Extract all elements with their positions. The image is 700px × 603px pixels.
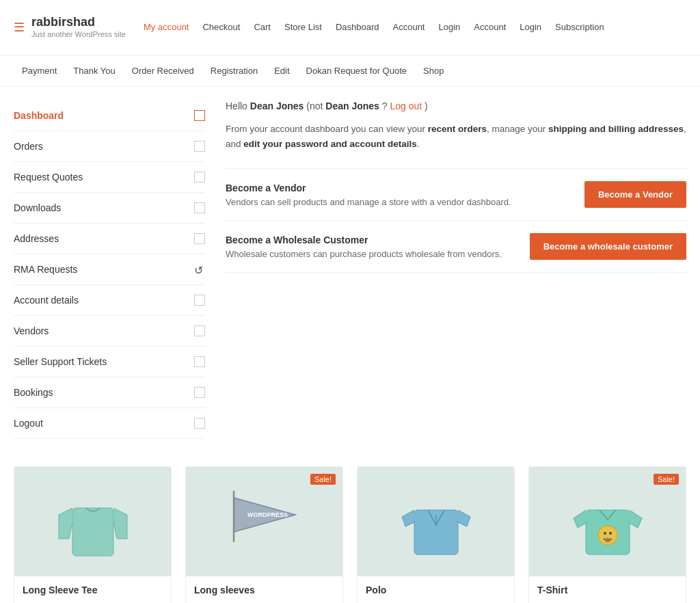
sidebar-item-account-details[interactable]: Account details <box>14 285 205 316</box>
logo-area: ☰ rabbirshad Just another WordPress site <box>14 15 137 39</box>
logout-icon <box>194 418 205 429</box>
greeting-not-user: Dean Jones <box>325 100 379 111</box>
sidebar-item-logout[interactable]: Logout <box>14 408 205 439</box>
become-vendor-button[interactable]: Become a Vendor <box>584 181 686 208</box>
nav-payment[interactable]: Payment <box>14 55 65 86</box>
sale-badge-long-sleeves: Sale! <box>310 474 336 485</box>
nav-myaccount[interactable]: My account <box>137 7 196 48</box>
nav-registration[interactable]: Registration <box>202 55 266 86</box>
greeting-text: Hello Dean Jones (not Dean Jones ? Log o… <box>226 100 686 111</box>
sale-badge-tshirt: Sale! <box>654 474 679 485</box>
sidebar-item-vendors[interactable]: Vendors <box>14 316 205 347</box>
sidebar-label-dashboard: Dashboard <box>14 110 64 121</box>
sidebar-item-seller-support[interactable]: Seller Support Tickets <box>14 347 205 377</box>
product-card-long-sleeves: Sale! WORDPRESS Long sleeves $10.00 $9.0… <box>185 466 343 603</box>
svg-point-9 <box>609 532 612 535</box>
sidebar-item-dashboard[interactable]: Dashboard <box>14 100 205 131</box>
product-card-longsleeve-tee: Long Sleeve Tee $25.00 🛒 <box>14 466 172 603</box>
nav-edit[interactable]: Edit <box>266 55 297 86</box>
nav-shop[interactable]: Shop <box>415 55 452 86</box>
nav-subscription[interactable]: Subscription <box>548 7 611 48</box>
product-name-longsleeve-tee: Long Sleeve Tee <box>23 585 163 595</box>
product-info-longsleeve-tee: Long Sleeve Tee <box>14 576 171 603</box>
nav-dokan-rfq[interactable]: Dokan Request for Quote <box>298 55 415 86</box>
downloads-icon <box>194 202 205 213</box>
sidebar-label-vendors: Vendors <box>14 325 49 336</box>
vendor-section: Become a Vendor Vendors can sell product… <box>226 168 686 273</box>
sidebar-item-bookings[interactable]: Bookings <box>14 377 205 408</box>
sidebar-label-downloads: Downloads <box>14 202 61 213</box>
greeting-close: ) <box>425 100 428 111</box>
request-quotes-icon <box>194 172 205 183</box>
main-container: Dashboard Orders Request Quotes Download… <box>0 87 700 453</box>
sidebar-item-orders[interactable]: Orders <box>14 131 205 162</box>
sidebar-item-addresses[interactable]: Addresses <box>14 224 205 254</box>
dashboard-content: Hello Dean Jones (not Dean Jones ? Log o… <box>226 100 686 439</box>
sidebar-label-rma: RMA Requests <box>14 264 77 275</box>
product-name-tshirt: T-Shirt <box>537 585 677 595</box>
sidebar-item-request-quotes[interactable]: Request Quotes <box>14 162 205 193</box>
sidebar-label-account-details: Account details <box>14 295 79 306</box>
svg-text:WORDPRESS: WORDPRESS <box>247 511 288 518</box>
sidebar: Dashboard Orders Request Quotes Download… <box>14 100 205 439</box>
bookings-icon <box>194 387 205 398</box>
products-section: Long Sleeve Tee $25.00 🛒 Sale! WORDPRESS <box>0 453 700 603</box>
become-wholesale-button[interactable]: Become a wholesale customer <box>530 233 686 260</box>
dashboard-icon <box>194 110 205 121</box>
products-grid: Long Sleeve Tee $25.00 🛒 Sale! WORDPRESS <box>14 466 686 603</box>
sidebar-label-request-quotes: Request Quotes <box>14 172 83 183</box>
greeting-question: ? <box>382 100 390 111</box>
nav-login2[interactable]: Login <box>513 7 548 48</box>
wholesale-card-title: Become a Wholesale Customer <box>226 234 502 245</box>
account-details-icon <box>194 295 205 306</box>
wholesale-card-description: Wholesale customers can purchase product… <box>226 249 502 259</box>
vendor-card-title: Become a Vendor <box>226 183 511 193</box>
nav-account2[interactable]: Account <box>467 7 513 48</box>
nav-cart[interactable]: Cart <box>247 7 278 48</box>
product-name-polo: Polo <box>366 585 506 595</box>
product-image-long-sleeves: Sale! WORDPRESS <box>186 467 342 576</box>
sidebar-label-logout: Logout <box>14 418 43 429</box>
become-vendor-card: Become a Vendor Vendors can sell product… <box>226 168 686 220</box>
product-image-longsleeve-tee <box>14 467 171 576</box>
account-description: From your account dashboard you can view… <box>226 122 686 151</box>
nav-account1[interactable]: Account <box>386 7 432 48</box>
sidebar-label-seller-support: Seller Support Tickets <box>14 356 107 367</box>
second-navigation: Payment Thank You Order Received Registr… <box>0 55 700 87</box>
svg-point-10 <box>605 538 610 542</box>
nav-dashboard[interactable]: Dashboard <box>329 7 386 48</box>
product-info-polo: Polo <box>358 576 514 603</box>
product-info-tshirt: T-Shirt <box>529 576 686 603</box>
top-navigation: My account Checkout Cart Store List Dash… <box>137 7 611 48</box>
svg-rect-0 <box>72 508 113 556</box>
nav-thankyou[interactable]: Thank You <box>65 55 123 86</box>
orders-icon <box>194 141 205 152</box>
svg-point-8 <box>604 532 606 535</box>
product-info-long-sleeves: Long sleeves <box>186 576 342 603</box>
sidebar-item-rma-requests[interactable]: RMA Requests ↺ <box>14 254 205 285</box>
sidebar-item-downloads[interactable]: Downloads <box>14 193 205 224</box>
vendor-info: Become a Vendor Vendors can sell product… <box>226 183 511 207</box>
longsleeve-tee-illustration <box>52 477 134 566</box>
wholesale-info: Become a Wholesale Customer Wholesale cu… <box>226 234 502 259</box>
vendors-icon <box>194 325 205 336</box>
sidebar-label-addresses: Addresses <box>14 233 59 244</box>
site-name: rabbirshad <box>31 15 126 29</box>
nav-login1[interactable]: Login <box>431 7 467 48</box>
tshirt-illustration <box>567 477 649 566</box>
nav-checkout[interactable]: Checkout <box>196 7 247 48</box>
product-image-tshirt: Sale! <box>529 467 686 576</box>
nav-storelist[interactable]: Store List <box>278 7 329 48</box>
greeting-hello: Hello <box>226 100 250 111</box>
logout-link[interactable]: Log out <box>390 100 422 111</box>
greeting-username: Dean Jones <box>250 100 304 111</box>
polo-illustration <box>395 477 477 566</box>
product-card-polo: Polo $20.00 🛒 <box>357 466 515 603</box>
nav-order-received[interactable]: Order Received <box>124 55 202 86</box>
addresses-icon <box>194 233 205 244</box>
site-tagline: Just another WordPress site <box>31 29 126 39</box>
hamburger-icon[interactable]: ☰ <box>14 20 25 35</box>
wholesale-customer-card: Become a Wholesale Customer Wholesale cu… <box>226 220 686 273</box>
vendor-card-description: Vendors can sell products and manage a s… <box>226 197 511 207</box>
rma-icon: ↺ <box>194 264 205 275</box>
